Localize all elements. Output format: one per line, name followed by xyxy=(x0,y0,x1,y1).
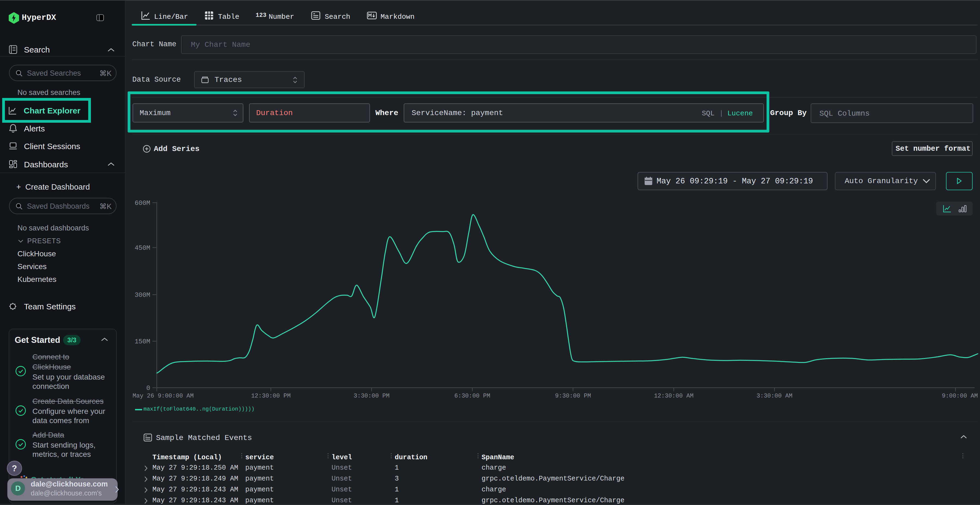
svg-text:3:30:00 PM: 3:30:00 PM xyxy=(354,392,390,399)
svg-text:6:30:00 PM: 6:30:00 PM xyxy=(454,392,490,399)
svg-text:9:00:00 AM: 9:00:00 AM xyxy=(942,392,978,399)
svg-text:9:30:00 PM: 9:30:00 PM xyxy=(555,392,591,399)
svg-text:3:30:00 AM: 3:30:00 AM xyxy=(757,392,792,399)
svg-text:May 26 9:00:00 AM: May 26 9:00:00 AM xyxy=(132,392,194,399)
svg-text:450M: 450M xyxy=(134,245,150,252)
svg-text:12:30:00 AM: 12:30:00 AM xyxy=(654,392,694,399)
svg-text:300M: 300M xyxy=(134,291,150,299)
svg-text:12:30:00 PM: 12:30:00 PM xyxy=(251,392,290,399)
svg-text:600M: 600M xyxy=(134,199,150,207)
svg-text:0: 0 xyxy=(146,384,150,392)
svg-text:150M: 150M xyxy=(134,338,150,345)
